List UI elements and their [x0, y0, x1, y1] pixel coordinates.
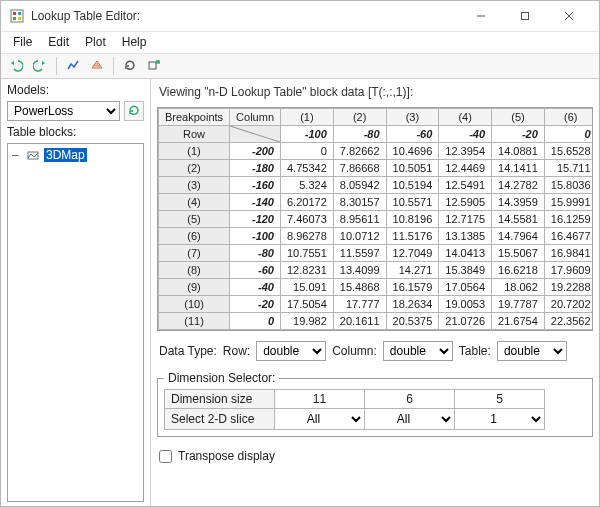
cell[interactable]: 12.3954: [439, 143, 492, 160]
cell[interactable]: 17.0564: [439, 279, 492, 296]
undo-button[interactable]: [5, 55, 27, 77]
menu-edit[interactable]: Edit: [40, 32, 77, 53]
cell[interactable]: 6.20172: [281, 194, 334, 211]
row-breakpoint[interactable]: -140: [230, 194, 281, 211]
cell[interactable]: 8.05942: [333, 177, 386, 194]
cell[interactable]: 15.3849: [439, 262, 492, 279]
cell[interactable]: 17.5054: [281, 296, 334, 313]
cell[interactable]: 14.0413: [439, 245, 492, 262]
cell[interactable]: 13.4099: [333, 262, 386, 279]
refresh-model-button[interactable]: [124, 101, 144, 121]
dim-slice-1[interactable]: All: [275, 409, 364, 429]
cell[interactable]: 10.4696: [386, 143, 439, 160]
row-breakpoint[interactable]: -80: [230, 245, 281, 262]
transpose-checkbox[interactable]: [159, 450, 172, 463]
col-breakpoint[interactable]: -60: [386, 126, 439, 143]
cell[interactable]: 7.82662: [333, 143, 386, 160]
col-dtype-select[interactable]: double: [383, 341, 453, 361]
tree-expander-icon[interactable]: –: [12, 148, 22, 162]
row-breakpoint[interactable]: 0: [230, 313, 281, 330]
cell[interactable]: 5.324: [281, 177, 334, 194]
cell[interactable]: 12.8231: [281, 262, 334, 279]
cell[interactable]: 8.96278: [281, 228, 334, 245]
cell[interactable]: 19.982: [281, 313, 334, 330]
cell[interactable]: 20.1611: [333, 313, 386, 330]
cell[interactable]: 15.8036: [544, 177, 593, 194]
cell[interactable]: 10.5194: [386, 177, 439, 194]
cell[interactable]: 14.2782: [492, 177, 545, 194]
col-breakpoint[interactable]: 0: [544, 126, 593, 143]
table-dtype-select[interactable]: double: [497, 341, 567, 361]
cell[interactable]: 12.4469: [439, 160, 492, 177]
cell[interactable]: 16.9841: [544, 245, 593, 262]
cell[interactable]: 21.6754: [492, 313, 545, 330]
cell[interactable]: 15.4868: [333, 279, 386, 296]
cell[interactable]: 10.5571: [386, 194, 439, 211]
plot-line-button[interactable]: [62, 55, 84, 77]
cell[interactable]: 15.9991: [544, 194, 593, 211]
cell[interactable]: 22.3562: [544, 313, 593, 330]
lookup-grid[interactable]: BreakpointsColumn(1)(2)(3)(4)(5)(6)Row-1…: [157, 107, 593, 331]
col-breakpoint[interactable]: -40: [439, 126, 492, 143]
reload-button[interactable]: [119, 55, 141, 77]
cell[interactable]: 16.1259: [544, 211, 593, 228]
cell[interactable]: 19.0053: [439, 296, 492, 313]
tree-item[interactable]: – 3DMap: [12, 148, 139, 162]
cell[interactable]: 15.5067: [492, 245, 545, 262]
cell[interactable]: 14.5581: [492, 211, 545, 228]
cell[interactable]: 10.8196: [386, 211, 439, 228]
cell[interactable]: 11.5597: [333, 245, 386, 262]
cell[interactable]: 4.75342: [281, 160, 334, 177]
cell[interactable]: 16.4677: [544, 228, 593, 245]
cell[interactable]: 14.271: [386, 262, 439, 279]
cell[interactable]: 14.1411: [492, 160, 545, 177]
cell[interactable]: 7.86668: [333, 160, 386, 177]
row-breakpoint[interactable]: -160: [230, 177, 281, 194]
row-dtype-select[interactable]: double: [256, 341, 326, 361]
row-breakpoint[interactable]: -100: [230, 228, 281, 245]
row-breakpoint[interactable]: -180: [230, 160, 281, 177]
models-select[interactable]: PowerLoss: [7, 101, 120, 121]
cell[interactable]: 17.9609: [544, 262, 593, 279]
dim-slice-3[interactable]: 1: [455, 409, 544, 429]
cell[interactable]: 14.0881: [492, 143, 545, 160]
cell[interactable]: 14.7964: [492, 228, 545, 245]
cell[interactable]: 12.5905: [439, 194, 492, 211]
cell[interactable]: 12.7049: [386, 245, 439, 262]
close-button[interactable]: [547, 1, 591, 31]
cell[interactable]: 19.7787: [492, 296, 545, 313]
minimize-button[interactable]: [459, 1, 503, 31]
cell[interactable]: 10.7551: [281, 245, 334, 262]
menu-plot[interactable]: Plot: [77, 32, 114, 53]
cell[interactable]: 10.5051: [386, 160, 439, 177]
cell[interactable]: 20.7202: [544, 296, 593, 313]
cell[interactable]: 10.0712: [333, 228, 386, 245]
cell[interactable]: 12.7175: [439, 211, 492, 228]
cell[interactable]: 15.6528: [544, 143, 593, 160]
cell[interactable]: 12.5491: [439, 177, 492, 194]
cell[interactable]: 14.3959: [492, 194, 545, 211]
cell[interactable]: 20.5375: [386, 313, 439, 330]
cell[interactable]: 18.2634: [386, 296, 439, 313]
dim-slice-2[interactable]: All: [365, 409, 454, 429]
cell[interactable]: 18.062: [492, 279, 545, 296]
cell[interactable]: 0: [281, 143, 334, 160]
cell[interactable]: 13.1385: [439, 228, 492, 245]
cell[interactable]: 8.95611: [333, 211, 386, 228]
cell[interactable]: 15.091: [281, 279, 334, 296]
cell[interactable]: 11.5176: [386, 228, 439, 245]
menu-help[interactable]: Help: [114, 32, 155, 53]
table-blocks-tree[interactable]: – 3DMap: [7, 143, 144, 502]
cell[interactable]: 16.1579: [386, 279, 439, 296]
row-breakpoint[interactable]: -40: [230, 279, 281, 296]
cell[interactable]: 15.711: [544, 160, 593, 177]
cell[interactable]: 17.777: [333, 296, 386, 313]
cell[interactable]: 7.46073: [281, 211, 334, 228]
row-breakpoint[interactable]: -60: [230, 262, 281, 279]
send-button[interactable]: [143, 55, 165, 77]
row-breakpoint[interactable]: -120: [230, 211, 281, 228]
menu-file[interactable]: File: [5, 32, 40, 53]
cell[interactable]: 19.2288: [544, 279, 593, 296]
cell[interactable]: 16.6218: [492, 262, 545, 279]
plot-mesh-button[interactable]: [86, 55, 108, 77]
